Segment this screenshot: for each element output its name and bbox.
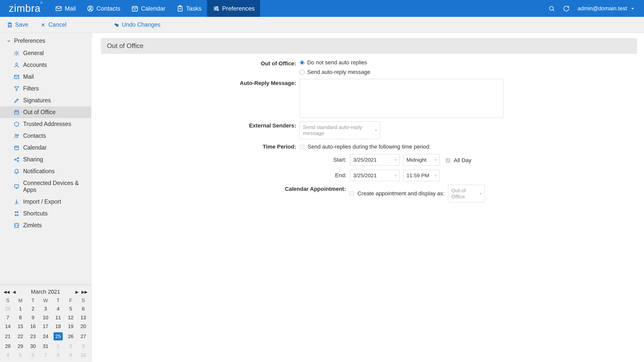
radio-no-autoreply-input[interactable] — [300, 60, 305, 65]
import-export-icon — [14, 199, 20, 205]
label-external-senders: External Senders: — [101, 121, 300, 129]
tab-tasks[interactable]: Tasks — [171, 0, 207, 17]
pref-item-general[interactable]: General — [0, 47, 91, 59]
end-date-select[interactable]: 3/25/2021▾ — [350, 170, 400, 181]
search-icon[interactable] — [548, 5, 555, 12]
cal-next-year[interactable]: ▶▶ — [82, 290, 88, 294]
radio-send-autoreply-input[interactable] — [300, 70, 305, 75]
cal-day[interactable]: 4 — [2, 351, 14, 359]
cal-day[interactable]: 10 — [39, 313, 52, 322]
pref-item-notifications[interactable]: Notifications — [0, 165, 91, 177]
cal-day[interactable]: 15 — [14, 322, 27, 331]
pref-item-accounts[interactable]: Accounts — [0, 59, 91, 71]
cal-day[interactable]: 17 — [39, 322, 52, 331]
cal-day[interactable]: 24 — [39, 331, 52, 342]
cal-day[interactable]: 16 — [27, 322, 39, 331]
cal-day[interactable]: 22 — [14, 331, 27, 342]
sidebar-resize-handle[interactable]: ⋮ — [91, 33, 94, 362]
pref-item-signatures[interactable]: Signatures — [0, 95, 91, 106]
cal-day[interactable]: 30 — [27, 342, 39, 351]
cal-day[interactable]: 12 — [64, 313, 77, 322]
cal-day[interactable]: 9 — [27, 313, 39, 322]
cal-day[interactable]: 28 — [2, 304, 14, 313]
cal-day[interactable]: 7 — [39, 351, 52, 359]
cal-day[interactable]: 5 — [64, 304, 77, 313]
tab-mail[interactable]: Mail — [50, 0, 81, 17]
autoreply-message-input[interactable] — [300, 79, 503, 118]
account-menu[interactable]: admin@domain.test — [578, 5, 636, 12]
radio-no-autoreply[interactable]: Do not send auto replies — [300, 59, 637, 66]
tab-calendar[interactable]: Calendar — [126, 0, 171, 17]
start-time-select[interactable]: Midnight▾ — [403, 154, 440, 166]
cal-day[interactable]: 3 — [77, 342, 90, 351]
cal-day[interactable]: 23 — [27, 331, 39, 342]
cal-prev-year[interactable]: ◀◀ — [4, 290, 10, 294]
pref-item-zimlets[interactable]: Zimlets — [0, 219, 91, 231]
cal-day[interactable]: 11 — [52, 313, 64, 322]
cal-day[interactable]: 2 — [64, 342, 77, 351]
cal-dow: S — [2, 297, 14, 304]
start-date-select[interactable]: 3/25/2021▾ — [350, 154, 400, 166]
cal-day[interactable]: 20 — [77, 322, 90, 331]
cal-day[interactable]: 28 — [2, 342, 14, 351]
connected-devices-apps-icon — [14, 184, 20, 190]
cal-day[interactable]: 6 — [27, 351, 39, 359]
cal-day[interactable]: 18 — [52, 322, 64, 331]
time-period-checkbox[interactable] — [300, 145, 304, 149]
create-appointment-checkbox[interactable] — [349, 191, 354, 196]
pref-tree-header[interactable]: Preferences — [0, 33, 91, 47]
cal-day[interactable]: 21 — [2, 331, 14, 342]
cal-day[interactable]: 8 — [14, 313, 27, 322]
cal-day[interactable]: 8 — [52, 351, 64, 359]
cal-day[interactable]: 13 — [77, 313, 90, 322]
cal-day[interactable]: 7 — [2, 313, 14, 322]
pref-item-trusted-addresses[interactable]: Trusted Addresses — [0, 118, 91, 130]
cal-day[interactable]: 3 — [39, 304, 52, 313]
cal-day[interactable]: 19 — [64, 322, 77, 331]
undo-button[interactable]: Undo Changes — [114, 21, 160, 28]
cal-day[interactable]: 4 — [52, 304, 64, 313]
pref-item-connected-devices-apps[interactable]: Connected Devices & Apps — [0, 177, 91, 196]
pref-item-mail[interactable]: Mail — [0, 71, 91, 83]
cal-day[interactable]: 1 — [14, 304, 27, 313]
mini-cal-title[interactable]: March 2021 — [16, 289, 75, 295]
cal-prev-month[interactable]: ◀ — [13, 290, 16, 294]
radio-send-autoreply[interactable]: Send auto-reply message — [300, 69, 637, 75]
cal-next-month[interactable]: ▶ — [75, 290, 78, 294]
appointment-status-select[interactable]: Out of Office▾ — [448, 185, 485, 202]
pref-item-label: Zimlets — [23, 222, 42, 229]
tab-contacts[interactable]: Contacts — [81, 0, 126, 17]
tab-preferences[interactable]: Preferences — [207, 0, 260, 17]
time-period-checkbox-row[interactable]: Send auto-replies during the following t… — [300, 144, 637, 150]
cancel-button[interactable]: Cancel — [40, 21, 66, 28]
pref-item-label: Accounts — [23, 62, 47, 68]
pref-item-import-export[interactable]: Import / Export — [0, 196, 91, 208]
shortcuts-icon — [14, 211, 20, 217]
pref-item-out-of-office[interactable]: Out of Office — [0, 106, 91, 118]
cal-day[interactable]: 26 — [64, 331, 77, 342]
pref-item-sharing[interactable]: Sharing — [0, 154, 91, 165]
pref-item-contacts[interactable]: Contacts — [0, 130, 91, 142]
external-senders-value: Send standard auto-reply message — [303, 124, 373, 136]
refresh-icon[interactable] — [563, 5, 570, 12]
cal-day[interactable]: 31 — [39, 342, 52, 351]
cal-day[interactable]: 10 — [77, 351, 90, 359]
pref-item-filters[interactable]: Filters — [0, 83, 91, 95]
pref-item-shortcuts[interactable]: Shortcuts — [0, 208, 91, 219]
all-day-checkbox-row[interactable]: All Day — [446, 157, 471, 164]
cal-day[interactable]: 14 — [2, 322, 14, 331]
cal-day[interactable]: 9 — [64, 351, 77, 359]
all-day-checkbox[interactable] — [446, 158, 450, 163]
cal-day[interactable]: 5 — [14, 351, 27, 359]
cal-day[interactable]: 1 — [52, 342, 64, 351]
pref-item-calendar[interactable]: Calendar — [0, 142, 91, 154]
cal-day[interactable]: 25 — [52, 331, 64, 342]
cal-day[interactable]: 2 — [27, 304, 39, 313]
end-time-select[interactable]: 11:59 PM▾ — [403, 170, 440, 181]
cal-day[interactable]: 29 — [14, 342, 27, 351]
chevron-down-icon: ▾ — [435, 173, 436, 177]
cal-day[interactable]: 6 — [77, 304, 90, 313]
cal-day[interactable]: 27 — [77, 331, 90, 342]
save-button[interactable]: Save — [7, 21, 28, 28]
external-senders-select[interactable]: Send standard auto-reply message ▾ — [300, 121, 380, 139]
